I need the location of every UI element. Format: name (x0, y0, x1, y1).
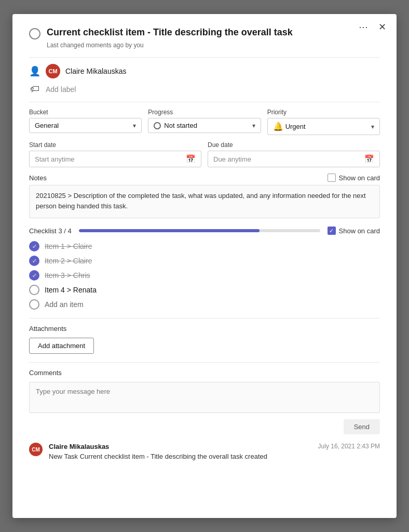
bell-icon: 🔔 (273, 122, 283, 131)
notes-show-card-label: Show on card (339, 174, 380, 182)
comment-time: July 16, 2021 2:43 PM (318, 443, 380, 450)
start-date-placeholder: Start anytime (35, 155, 75, 163)
checklist-item-text-1: Item 1 > Claire (45, 242, 92, 250)
add-label-button[interactable]: Add label (46, 85, 76, 94)
priority-value: Urgent (285, 123, 306, 130)
checklist-item: ✓ Item 2 > Claire (29, 254, 380, 268)
person-icon: 👤 (29, 65, 40, 77)
add-item-label: Add an item (45, 300, 84, 309)
attachments-label: Attachments (29, 325, 380, 332)
bucket-chevron: ▾ (133, 122, 136, 129)
notes-header: Notes Show on card (29, 174, 380, 182)
add-checklist-item[interactable]: Add an item (29, 297, 380, 312)
checklist-item-check-4[interactable] (29, 285, 39, 295)
progress-dot-icon (154, 122, 161, 129)
task-modal: ⋯ ✕ Current checklist item - Title descr… (12, 14, 397, 518)
checklist-items: ✓ Item 1 > Claire ✓ Item 2 > Claire ✓ It… (29, 239, 380, 312)
checklist-item-text-3: Item 3 > Chris (45, 271, 90, 280)
avatar: CM (46, 64, 60, 78)
divider-1 (29, 57, 380, 58)
checklist-show-card: ✓ Show on card (328, 227, 380, 235)
calendar-icon-start: 📅 (186, 154, 196, 164)
priority-field: Priority 🔔 Urgent ▾ (267, 109, 380, 135)
divider-2 (29, 102, 380, 102)
due-date-label: Due date (208, 141, 380, 149)
priority-chevron: ▾ (371, 123, 374, 130)
attachments-section: Attachments Add attachment (29, 325, 380, 354)
priority-select[interactable]: 🔔 Urgent ▾ (267, 118, 380, 135)
due-date-field: Due date Due anytime 📅 (208, 141, 380, 167)
fields-row-2: Start date Start anytime 📅 Due date Due … (29, 141, 380, 167)
task-title-row: Current checklist item - Title describin… (29, 26, 380, 39)
start-date-input[interactable]: Start anytime 📅 (29, 151, 201, 167)
comment-text: New Task Current checklist item - Title … (49, 452, 380, 461)
notes-content[interactable]: 20210825 > Description of the completed … (29, 185, 380, 218)
progress-value: Not started (164, 122, 197, 129)
checklist-item-check-3[interactable]: ✓ (29, 270, 39, 281)
comment-meta: Claire Mikalauskas July 16, 2021 2:43 PM (49, 443, 380, 450)
bucket-value: General (35, 122, 59, 129)
comment-avatar: CM (29, 443, 43, 456)
assignee-name: Claire Mikalauskas (65, 67, 126, 75)
label-row: 🏷 Add label (29, 84, 380, 95)
add-attachment-button[interactable]: Add attachment (29, 338, 94, 354)
checklist-progress-fill (79, 229, 260, 232)
comment-body: Claire Mikalauskas July 16, 2021 2:43 PM… (49, 443, 380, 461)
send-row: Send (29, 419, 380, 434)
last-changed-label: Last changed moments ago by you (47, 42, 380, 49)
tag-icon: 🏷 (29, 84, 40, 95)
due-date-input[interactable]: Due anytime 📅 (208, 151, 380, 167)
checklist-title: Checklist 3 / 4 (29, 227, 72, 235)
checklist-show-card-label: Show on card (339, 227, 380, 235)
checklist-item: ✓ Item 1 > Claire (29, 239, 380, 254)
modal-header-actions: ⋯ ✕ (357, 20, 388, 34)
priority-label: Priority (267, 109, 380, 116)
checklist-item: Item 4 > Renata (29, 283, 380, 297)
assignee-row: 👤 CM Claire Mikalauskas (29, 64, 380, 78)
progress-field: Progress Not started ▾ (148, 109, 261, 135)
comment-input[interactable] (29, 382, 380, 413)
comment-author: Claire Mikalauskas (49, 443, 109, 450)
progress-select[interactable]: Not started ▾ (148, 118, 261, 133)
checklist-progress-bar (79, 229, 320, 232)
close-button[interactable]: ✕ (376, 20, 388, 34)
progress-chevron: ▾ (252, 122, 255, 129)
checklist-item-check-1[interactable]: ✓ (29, 241, 39, 251)
checklist-item-text-2: Item 2 > Claire (45, 257, 92, 265)
comments-section: Comments Send (29, 369, 380, 434)
bucket-label: Bucket (29, 109, 142, 116)
add-item-circle-icon (29, 299, 39, 310)
comment-entry: CM Claire Mikalauskas July 16, 2021 2:43… (29, 443, 380, 461)
bucket-select[interactable]: General ▾ (29, 118, 142, 133)
start-date-label: Start date (29, 141, 201, 149)
due-date-placeholder: Due anytime (213, 155, 251, 163)
fields-row-1: Bucket General ▾ Progress Not started ▾ … (29, 109, 380, 135)
bucket-field: Bucket General ▾ (29, 109, 142, 135)
divider-3 (29, 318, 380, 318)
checklist-item-text-4: Item 4 > Renata (45, 286, 97, 294)
notes-show-card: Show on card (328, 174, 380, 182)
checklist-count: 3 / 4 (58, 227, 71, 235)
more-options-button[interactable]: ⋯ (357, 20, 370, 34)
progress-label: Progress (148, 109, 261, 116)
task-title: Current checklist item - Title describin… (47, 26, 293, 38)
checklist-header: Checklist 3 / 4 ✓ Show on card (29, 227, 380, 235)
checklist-item-check-2[interactable]: ✓ (29, 256, 39, 266)
notes-label: Notes (29, 174, 47, 182)
notes-show-card-checkbox[interactable] (328, 174, 336, 182)
send-button[interactable]: Send (344, 419, 380, 434)
divider-4 (29, 362, 380, 363)
start-date-field: Start date Start anytime 📅 (29, 141, 201, 167)
checklist-label: Checklist (29, 227, 57, 235)
comments-label: Comments (29, 369, 380, 377)
calendar-icon-due: 📅 (364, 154, 374, 164)
task-complete-checkbox[interactable] (29, 28, 40, 39)
checklist-show-card-checkbox[interactable]: ✓ (328, 227, 336, 235)
checklist-item: ✓ Item 3 > Chris (29, 268, 380, 283)
